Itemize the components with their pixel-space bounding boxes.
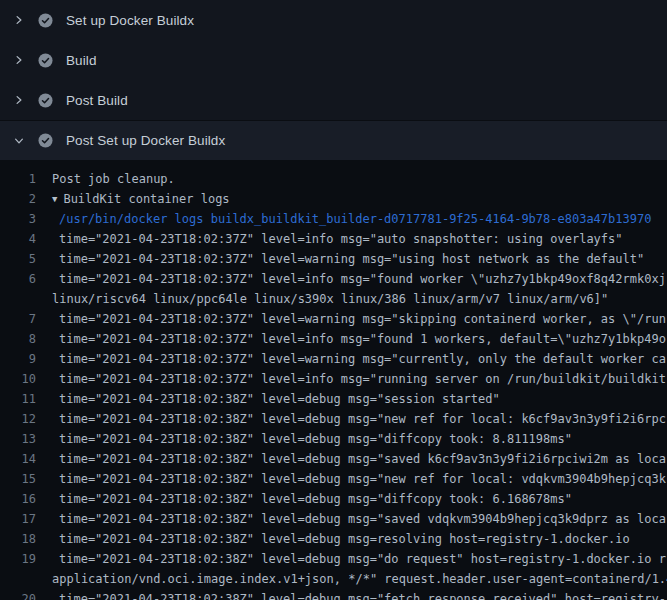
line-number[interactable]: 14 bbox=[0, 449, 36, 469]
group-collapse-icon[interactable]: ▼ bbox=[52, 189, 57, 209]
line-number[interactable]: 9 bbox=[0, 349, 36, 369]
log-text: time="2021-04-23T18:02:37Z" level=warnin… bbox=[59, 309, 666, 329]
log-text: time="2021-04-23T18:02:38Z" level=debug … bbox=[59, 469, 666, 489]
step-row[interactable]: Set up Docker Buildx bbox=[0, 0, 667, 40]
line-number[interactable] bbox=[0, 289, 36, 309]
step-row[interactable]: Post Set up Docker Buildx bbox=[0, 120, 667, 160]
line-number[interactable]: 12 bbox=[0, 409, 36, 429]
line-number[interactable]: 18 bbox=[0, 529, 36, 549]
line-number[interactable]: 4 bbox=[0, 229, 36, 249]
line-number[interactable]: 5 bbox=[0, 249, 36, 269]
check-circle-icon bbox=[38, 13, 53, 28]
chevron-icon bbox=[13, 54, 25, 66]
line-number[interactable] bbox=[0, 569, 36, 589]
log-text: time="2021-04-23T18:02:37Z" level=info m… bbox=[59, 269, 666, 289]
step-title: Post Set up Docker Buildx bbox=[66, 133, 225, 148]
log-text: time="2021-04-23T18:02:38Z" level=debug … bbox=[59, 589, 666, 600]
log-text: time="2021-04-23T18:02:37Z" level=warnin… bbox=[59, 349, 666, 369]
chevron-icon bbox=[13, 14, 25, 26]
step-title: Post Build bbox=[66, 93, 128, 108]
step-row[interactable]: Build bbox=[0, 40, 667, 80]
line-number[interactable]: 11 bbox=[0, 389, 36, 409]
line-number[interactable]: 1 bbox=[0, 169, 36, 189]
log-line: 18 time="2021-04-23T18:02:38Z" level=deb… bbox=[0, 529, 667, 549]
log-text: ▼BuildKit container logs bbox=[52, 189, 230, 209]
log-text: time="2021-04-23T18:02:38Z" level=debug … bbox=[59, 449, 666, 469]
log-text: linux/riscv64 linux/ppc64le linux/s390x … bbox=[52, 289, 608, 309]
log-line: 13 time="2021-04-23T18:02:38Z" level=deb… bbox=[0, 429, 667, 449]
log-text: /usr/bin/docker logs buildx_buildkit_bui… bbox=[59, 209, 651, 229]
line-number[interactable]: 6 bbox=[0, 269, 36, 289]
log-line: 8 time="2021-04-23T18:02:37Z" level=info… bbox=[0, 329, 667, 349]
log-line: application/vnd.oci.image.index.v1+json,… bbox=[0, 569, 667, 589]
line-number[interactable]: 8 bbox=[0, 329, 36, 349]
line-number[interactable]: 19 bbox=[0, 549, 36, 569]
step-title: Set up Docker Buildx bbox=[66, 13, 194, 28]
log-line: 11 time="2021-04-23T18:02:38Z" level=deb… bbox=[0, 389, 667, 409]
actions-log-panel: Set up Docker Buildx Build P bbox=[0, 0, 667, 600]
log-text: time="2021-04-23T18:02:38Z" level=debug … bbox=[59, 529, 630, 549]
log-line: 1 Post job cleanup. bbox=[0, 169, 667, 189]
log-text: time="2021-04-23T18:02:38Z" level=debug … bbox=[59, 409, 666, 429]
line-number[interactable]: 2 bbox=[0, 189, 36, 209]
log-line: 12 time="2021-04-23T18:02:38Z" level=deb… bbox=[0, 409, 667, 429]
log-line: 7 time="2021-04-23T18:02:37Z" level=warn… bbox=[0, 309, 667, 329]
log-line: 5 time="2021-04-23T18:02:37Z" level=warn… bbox=[0, 249, 667, 269]
log-line: 3 /usr/bin/docker logs buildx_buildkit_b… bbox=[0, 209, 667, 229]
steps-list: Set up Docker Buildx Build P bbox=[0, 0, 667, 160]
line-number[interactable]: 10 bbox=[0, 369, 36, 389]
line-number[interactable]: 16 bbox=[0, 489, 36, 509]
log-text: time="2021-04-23T18:02:38Z" level=debug … bbox=[59, 509, 666, 529]
line-number[interactable]: 20 bbox=[0, 589, 36, 600]
line-number[interactable]: 17 bbox=[0, 509, 36, 529]
log-line: 10 time="2021-04-23T18:02:37Z" level=inf… bbox=[0, 369, 667, 389]
log-line: 15 time="2021-04-23T18:02:38Z" level=deb… bbox=[0, 469, 667, 489]
step-row[interactable]: Post Build bbox=[0, 80, 667, 120]
log-line: 2 ▼BuildKit container logs bbox=[0, 189, 667, 209]
log-line: 16 time="2021-04-23T18:02:38Z" level=deb… bbox=[0, 489, 667, 509]
log-line: 6 time="2021-04-23T18:02:37Z" level=info… bbox=[0, 269, 667, 289]
log-line: 20 time="2021-04-23T18:02:38Z" level=deb… bbox=[0, 589, 667, 600]
chevron-icon bbox=[13, 94, 25, 106]
log-text: Post job cleanup. bbox=[52, 169, 175, 189]
line-number[interactable]: 3 bbox=[0, 209, 36, 229]
log-text: time="2021-04-23T18:02:38Z" level=debug … bbox=[59, 389, 500, 409]
chevron-icon bbox=[13, 135, 25, 147]
line-number[interactable]: 13 bbox=[0, 429, 36, 449]
log-text: time="2021-04-23T18:02:38Z" level=debug … bbox=[59, 549, 666, 569]
log-text: time="2021-04-23T18:02:38Z" level=debug … bbox=[59, 429, 572, 449]
line-number[interactable]: 7 bbox=[0, 309, 36, 329]
log-line: 14 time="2021-04-23T18:02:38Z" level=deb… bbox=[0, 449, 667, 469]
log-line: 19 time="2021-04-23T18:02:38Z" level=deb… bbox=[0, 549, 667, 569]
log-text: time="2021-04-23T18:02:37Z" level=warnin… bbox=[59, 249, 644, 269]
log-line: linux/riscv64 linux/ppc64le linux/s390x … bbox=[0, 289, 667, 309]
log-text: time="2021-04-23T18:02:37Z" level=info m… bbox=[59, 369, 666, 389]
step-title: Build bbox=[66, 53, 97, 68]
check-circle-icon bbox=[38, 93, 53, 108]
log-text: application/vnd.oci.image.index.v1+json,… bbox=[52, 569, 667, 589]
check-circle-icon bbox=[38, 133, 53, 148]
log-line: 9 time="2021-04-23T18:02:37Z" level=warn… bbox=[0, 349, 667, 369]
log-line: 4 time="2021-04-23T18:02:37Z" level=info… bbox=[0, 229, 667, 249]
log-text: time="2021-04-23T18:02:37Z" level=info m… bbox=[59, 329, 666, 349]
log-output: 1 Post job cleanup. 2 ▼BuildKit containe… bbox=[0, 160, 667, 600]
line-number[interactable]: 15 bbox=[0, 469, 36, 489]
check-circle-icon bbox=[38, 53, 53, 68]
log-text: time="2021-04-23T18:02:37Z" level=info m… bbox=[59, 229, 623, 249]
log-line: 17 time="2021-04-23T18:02:38Z" level=deb… bbox=[0, 509, 667, 529]
log-text: time="2021-04-23T18:02:38Z" level=debug … bbox=[59, 489, 572, 509]
